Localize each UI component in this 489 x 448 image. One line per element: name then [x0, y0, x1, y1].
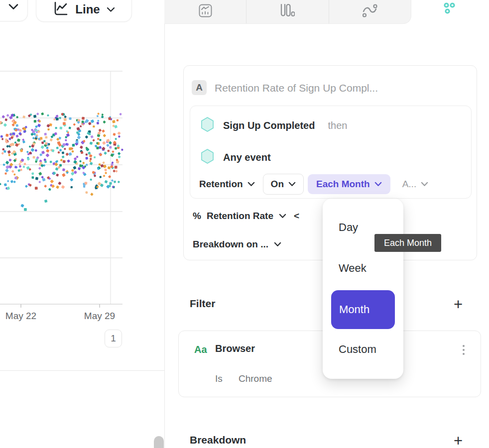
event-row-sign-up[interactable]: Sign Up Completed then [200, 116, 347, 134]
string-property-icon: Aa [194, 344, 207, 355]
add-filter-button[interactable]: + [451, 297, 466, 312]
chevron-down-icon [279, 214, 286, 219]
query-builder-panel: A Retention Rate of Sign Up Compl... Sig… [165, 0, 489, 448]
horizontal-divider [0, 370, 165, 371]
breakdown-section-title: Breakdown [190, 434, 246, 446]
retention-type-dropdown[interactable]: Retention [195, 174, 259, 194]
interval-dropdown-menu: Day Week Month Custom [323, 199, 403, 379]
kebab-menu-icon[interactable] [461, 343, 467, 357]
menu-item-custom[interactable]: Custom [339, 343, 376, 356]
measure-dropdown[interactable]: % Retention Rate < [193, 211, 299, 222]
truncated-label: A... [402, 179, 417, 190]
menu-item-day[interactable]: Day [339, 221, 358, 234]
chevron-down-icon [247, 182, 255, 187]
filter-property-label[interactable]: Browser [215, 343, 255, 354]
chevron-down-icon [374, 182, 382, 187]
chevron-down-icon [274, 242, 281, 247]
query-title[interactable]: Retention Rate of Sign Up Compl... [215, 82, 378, 94]
on-dropdown[interactable]: On [263, 174, 304, 195]
pagination-page-button[interactable]: 1 [105, 330, 122, 347]
funnel-bars-icon [280, 4, 295, 20]
clipped-less-than-text: < [294, 211, 299, 222]
flow-path-icon [363, 4, 377, 20]
each-month-tooltip: Each Month [374, 234, 441, 252]
event-hexagon-icon [200, 148, 215, 166]
tab-retention-active[interactable] [411, 0, 489, 24]
interval-label: Each Month [316, 179, 370, 190]
menu-item-month-selected[interactable]: Month [331, 290, 395, 329]
breakdown-on-dropdown[interactable]: Breakdown on ... [193, 239, 281, 250]
scatter-plot [0, 0, 165, 378]
event-hexagon-icon [200, 116, 215, 134]
retention-type-label: Retention [199, 179, 243, 190]
chevron-down-icon [288, 182, 296, 187]
x-axis-tick-label: May 29 [77, 311, 122, 322]
event-suffix: then [328, 120, 347, 131]
event-row-any-event[interactable]: Any event [200, 148, 284, 166]
truncated-dropdown[interactable]: A... [400, 174, 431, 194]
chevron-down-icon [421, 182, 428, 187]
chart-type-tabbar [164, 0, 411, 24]
filter-value[interactable]: Chrome [239, 373, 272, 384]
percent-icon: % [193, 211, 201, 222]
event-card: Sign Up Completed then Any event Retenti… [190, 106, 472, 199]
filter-operator[interactable]: Is [215, 373, 223, 384]
tab-insights[interactable] [164, 0, 246, 23]
tab-funnels[interactable] [246, 0, 328, 23]
event-label: Sign Up Completed [223, 120, 315, 131]
x-axis-tick-label: May 22 [0, 311, 43, 322]
measure-label: Retention Rate [207, 211, 273, 222]
breakdown-on-label: Breakdown on ... [193, 239, 268, 250]
on-label: On [271, 179, 284, 190]
interval-dropdown[interactable]: Each Month [308, 174, 390, 194]
retention-controls-row: Retention On Each Month A... [195, 174, 430, 195]
menu-item-week[interactable]: Week [339, 262, 367, 275]
chart-panel: Line May 22 May 29 1 [0, 0, 165, 448]
app-window: Line May 22 May 29 1 [0, 0, 489, 448]
query-letter-badge: A [192, 80, 207, 95]
retention-dots-icon [443, 2, 457, 18]
insights-chart-icon [199, 4, 212, 19]
scrollbar-thumb[interactable] [154, 436, 164, 448]
event-label: Any event [223, 152, 271, 163]
add-breakdown-button[interactable]: + [451, 433, 466, 448]
filter-section-title: Filter [190, 298, 215, 310]
tab-flows[interactable] [329, 0, 411, 23]
